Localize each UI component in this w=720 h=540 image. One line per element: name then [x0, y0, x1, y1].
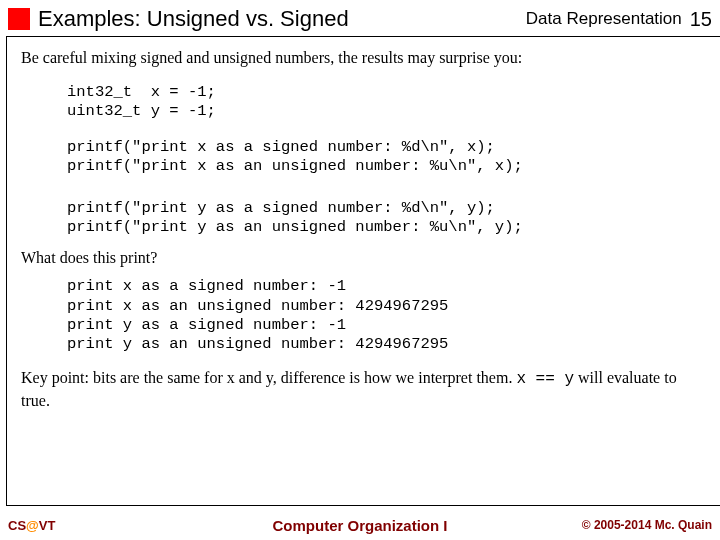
footer-center: Computer Organization I: [0, 517, 720, 534]
question-text: What does this print?: [21, 249, 706, 267]
code-declarations: int32_t x = -1; uint32_t y = -1;: [67, 83, 706, 122]
content-frame: Be careful mixing signed and unsigned nu…: [6, 36, 720, 506]
keypoint-prefix: Key point: bits are the same for x and y…: [21, 369, 516, 386]
page-number: 15: [690, 8, 712, 31]
key-point: Key point: bits are the same for x and y…: [21, 367, 706, 412]
output-block: print x as a signed number: -1 print x a…: [67, 277, 706, 355]
intro-text: Be careful mixing signed and unsigned nu…: [21, 49, 706, 67]
code-print-y: printf("print y as a signed number: %d\n…: [67, 199, 706, 238]
chapter-label: Data Representation: [526, 9, 682, 29]
slide-title: Examples: Unsigned vs. Signed: [38, 6, 526, 32]
slide-footer: CS@VT Computer Organization I © 2005-201…: [0, 510, 720, 540]
code-print-x: printf("print x as a signed number: %d\n…: [67, 138, 706, 177]
keypoint-code: x == y: [516, 370, 574, 388]
red-accent-box: [8, 8, 30, 30]
slide-header: Examples: Unsigned vs. Signed Data Repre…: [0, 0, 720, 36]
